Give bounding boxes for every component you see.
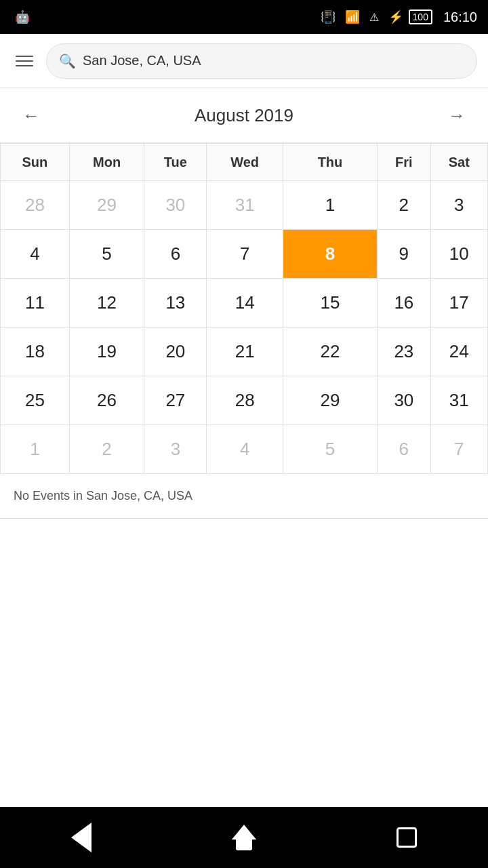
calendar-week-3: 18192021222324 bbox=[1, 328, 488, 376]
calendar-day[interactable]: 12 bbox=[69, 279, 144, 328]
calendar-day[interactable]: 22 bbox=[283, 328, 377, 376]
top-bar: 🔍 San Jose, CA, USA bbox=[0, 34, 488, 88]
calendar-container: ← August 2019 → Sun Mon Tue Wed Thu Fri … bbox=[0, 88, 488, 474]
wifi-icon: 📶 bbox=[345, 9, 360, 24]
calendar-day[interactable]: 31 bbox=[430, 376, 487, 425]
calendar-day[interactable]: 5 bbox=[69, 230, 144, 279]
back-button[interactable] bbox=[61, 817, 102, 858]
search-bar[interactable]: 🔍 San Jose, CA, USA bbox=[46, 43, 477, 79]
header-thu: Thu bbox=[283, 144, 377, 181]
header-sun: Sun bbox=[1, 144, 70, 181]
header-wed: Wed bbox=[207, 144, 283, 181]
search-icon: 🔍 bbox=[59, 53, 76, 69]
calendar-day[interactable]: 4 bbox=[207, 425, 283, 474]
home-icon bbox=[232, 825, 256, 850]
status-time: 16:10 bbox=[443, 9, 477, 25]
charging-icon: ⚡ bbox=[388, 9, 403, 24]
calendar-day[interactable]: 15 bbox=[283, 279, 377, 328]
battery-indicator: 100 bbox=[409, 9, 432, 24]
calendar-day[interactable]: 7 bbox=[207, 230, 283, 279]
search-value: San Jose, CA, USA bbox=[83, 53, 201, 68]
calendar-grid: Sun Mon Tue Wed Thu Fri Sat 282930311234… bbox=[0, 143, 488, 474]
calendar-day[interactable]: 28 bbox=[1, 181, 70, 230]
calendar-week-1: 45678910 bbox=[1, 230, 488, 279]
calendar-day[interactable]: 14 bbox=[207, 279, 283, 328]
recents-button[interactable] bbox=[386, 817, 427, 858]
calendar-day[interactable]: 5 bbox=[283, 425, 377, 474]
status-bar: 🤖 📳 📶 ⚠ ⚡ 100 16:10 bbox=[0, 0, 488, 34]
calendar-day[interactable]: 30 bbox=[144, 181, 207, 230]
calendar-day[interactable]: 19 bbox=[69, 328, 144, 376]
calendar-day[interactable]: 11 bbox=[1, 279, 70, 328]
calendar-day[interactable]: 3 bbox=[430, 181, 487, 230]
header-tue: Tue bbox=[144, 144, 207, 181]
bottom-nav bbox=[0, 807, 488, 868]
calendar-day[interactable]: 8 bbox=[283, 230, 377, 279]
menu-line-1 bbox=[16, 56, 33, 57]
today-highlight: 8 bbox=[312, 237, 348, 272]
calendar-day[interactable]: 6 bbox=[378, 425, 431, 474]
header-mon: Mon bbox=[69, 144, 144, 181]
calendar-day[interactable]: 28 bbox=[207, 376, 283, 425]
calendar-day[interactable]: 18 bbox=[1, 328, 70, 376]
calendar-day[interactable]: 7 bbox=[430, 425, 487, 474]
calendar-week-2: 11121314151617 bbox=[1, 279, 488, 328]
home-button[interactable] bbox=[224, 817, 264, 858]
calendar-day[interactable]: 17 bbox=[430, 279, 487, 328]
calendar-day[interactable]: 31 bbox=[207, 181, 283, 230]
calendar-week-4: 25262728293031 bbox=[1, 376, 488, 425]
back-icon bbox=[71, 823, 92, 852]
menu-line-2 bbox=[16, 60, 33, 62]
calendar-day[interactable]: 2 bbox=[378, 181, 431, 230]
calendar-day[interactable]: 1 bbox=[1, 425, 70, 474]
menu-button[interactable] bbox=[11, 47, 38, 75]
day-headers-row: Sun Mon Tue Wed Thu Fri Sat bbox=[1, 144, 488, 181]
prev-month-button[interactable]: ← bbox=[16, 100, 46, 130]
calendar-day[interactable]: 29 bbox=[283, 376, 377, 425]
calendar-day[interactable]: 29 bbox=[69, 181, 144, 230]
calendar-day[interactable]: 9 bbox=[378, 230, 431, 279]
calendar-day[interactable]: 2 bbox=[69, 425, 144, 474]
calendar-day[interactable]: 20 bbox=[144, 328, 207, 376]
calendar-day[interactable]: 30 bbox=[378, 376, 431, 425]
header-sat: Sat bbox=[430, 144, 487, 181]
month-nav: ← August 2019 → bbox=[0, 88, 488, 143]
calendar-day[interactable]: 27 bbox=[144, 376, 207, 425]
calendar-day[interactable]: 10 bbox=[430, 230, 487, 279]
calendar-day[interactable]: 25 bbox=[1, 376, 70, 425]
calendar-day[interactable]: 16 bbox=[378, 279, 431, 328]
month-title: August 2019 bbox=[195, 105, 293, 126]
calendar-week-0: 28293031123 bbox=[1, 181, 488, 230]
calendar-day[interactable]: 6 bbox=[144, 230, 207, 279]
header-fri: Fri bbox=[378, 144, 431, 181]
calendar-week-5: 1234567 bbox=[1, 425, 488, 474]
calendar-day[interactable]: 26 bbox=[69, 376, 144, 425]
calendar-day[interactable]: 3 bbox=[144, 425, 207, 474]
next-month-button[interactable]: → bbox=[442, 100, 472, 130]
calendar-day[interactable]: 1 bbox=[283, 181, 377, 230]
calendar-day[interactable]: 13 bbox=[144, 279, 207, 328]
calendar-day[interactable]: 4 bbox=[1, 230, 70, 279]
recents-icon bbox=[396, 827, 417, 848]
vibrate-icon: 📳 bbox=[321, 9, 336, 24]
battery-alert-icon: ⚠ bbox=[369, 11, 379, 24]
menu-line-3 bbox=[16, 65, 33, 66]
calendar-day[interactable]: 23 bbox=[378, 328, 431, 376]
android-icon: 🤖 bbox=[15, 9, 30, 24]
calendar-day[interactable]: 21 bbox=[207, 328, 283, 376]
calendar-day[interactable]: 24 bbox=[430, 328, 487, 376]
no-events-message: No Events in San Jose, CA, USA bbox=[0, 474, 488, 519]
